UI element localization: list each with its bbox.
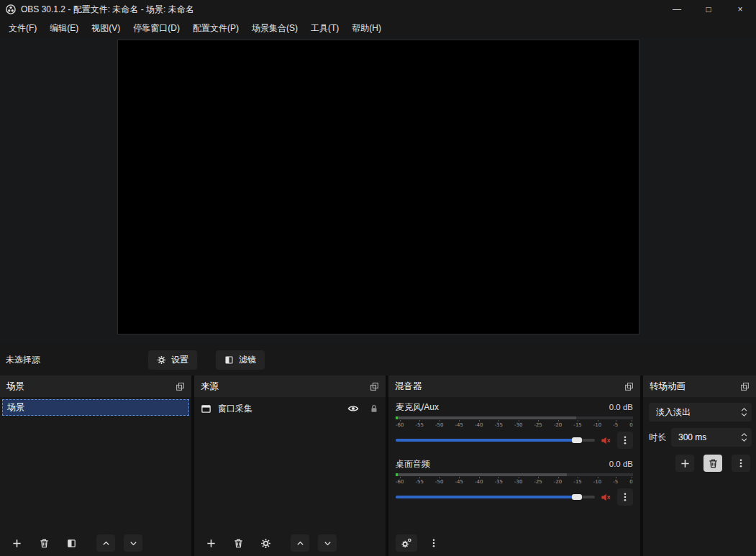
add-source-button[interactable] — [201, 534, 220, 552]
trash-icon — [708, 458, 719, 469]
advanced-audio-icon — [401, 537, 412, 549]
meter-peak-indicator — [396, 416, 398, 419]
preview-area — [0, 37, 756, 344]
chevron-up-icon — [296, 539, 305, 548]
channel-options-button[interactable] — [617, 432, 633, 449]
duration-label: 时长 — [649, 432, 666, 444]
scene-list: 场景 — [0, 397, 191, 530]
transitions-body: 淡入淡出 时长 300 ms — [643, 397, 756, 556]
kebab-icon — [620, 435, 630, 445]
sources-dock-title: 来源 — [201, 380, 219, 393]
meter-peak-indicator — [396, 473, 398, 476]
menubar: 文件(F) 编辑(E) 视图(V) 停靠窗口(D) 配置文件(P) 场景集合(S… — [0, 19, 756, 37]
channel-options-button[interactable] — [617, 488, 633, 506]
scenes-dock: 场景 场景 — [0, 375, 191, 556]
gear-icon — [157, 355, 166, 365]
preview-canvas[interactable] — [117, 40, 639, 334]
kebab-icon — [429, 538, 439, 548]
source-settings-button[interactable]: 设置 — [148, 350, 197, 370]
chevron-up-icon — [101, 539, 111, 548]
filters-button[interactable]: 滤镜 — [216, 350, 265, 370]
obs-logo-icon — [6, 4, 16, 14]
add-scene-button[interactable] — [7, 534, 26, 552]
muted-speaker-icon — [601, 435, 611, 446]
mixer-channel-desktop: 桌面音频 0.0 dB -60-55-50-45-40-35-30-25-20-… — [396, 458, 633, 506]
mixer-options-button[interactable] — [426, 534, 442, 552]
muted-speaker-icon — [601, 492, 611, 503]
chevron-down-icon — [323, 539, 332, 548]
transition-options-button[interactable] — [732, 455, 750, 472]
popout-icon[interactable] — [176, 382, 185, 391]
menu-item-file[interactable]: 文件(F) — [2, 19, 43, 37]
window-title: OBS 30.1.2 - 配置文件: 未命名 - 场景: 未命名 — [21, 4, 194, 16]
source-status-label: 未选择源 — [6, 354, 40, 366]
volume-slider[interactable] — [396, 439, 595, 442]
volume-slider[interactable] — [396, 496, 595, 498]
slider-handle[interactable] — [572, 437, 582, 443]
meter-scale: -60-55-50-45-40-35-30-25-20-15-10-50 — [396, 477, 633, 485]
channel-db-value: 0.0 dB — [609, 460, 633, 468]
move-source-up-button[interactable] — [291, 534, 309, 552]
source-toolbar: 未选择源 设置 滤镜 — [0, 344, 756, 375]
menu-item-tools[interactable]: 工具(T) — [304, 19, 345, 37]
source-item-label: 窗口采集 — [218, 403, 252, 415]
visibility-toggle[interactable] — [347, 403, 359, 414]
close-button[interactable]: × — [724, 0, 756, 19]
window-capture-icon — [201, 404, 211, 414]
scene-item[interactable]: 场景 — [2, 399, 189, 416]
lock-toggle[interactable] — [369, 404, 379, 414]
slider-handle[interactable] — [572, 494, 582, 500]
remove-transition-button[interactable] — [703, 455, 722, 472]
add-transition-button[interactable] — [675, 455, 694, 472]
popout-icon[interactable] — [370, 382, 379, 391]
mute-button[interactable] — [601, 435, 611, 446]
scenes-dock-title: 场景 — [6, 380, 24, 393]
maximize-button[interactable]: □ — [693, 0, 724, 19]
transitions-toolbar — [649, 455, 752, 472]
remove-scene-button[interactable] — [35, 534, 53, 552]
filter-icon — [224, 355, 234, 365]
menu-item-profile[interactable]: 配置文件(P) — [186, 19, 245, 37]
advanced-audio-button[interactable] — [396, 534, 417, 552]
move-source-down-button[interactable] — [318, 534, 337, 552]
eye-icon — [347, 403, 359, 414]
remove-source-button[interactable] — [229, 534, 247, 552]
filters-label: 滤镜 — [239, 354, 256, 366]
source-toolbar-buttons: 设置 滤镜 — [148, 350, 265, 370]
channel-name: 麦克风/Aux — [396, 401, 439, 414]
menu-item-view[interactable]: 视图(V) — [85, 19, 127, 37]
lock-icon — [369, 404, 379, 414]
transitions-dock-header[interactable]: 转场动画 — [643, 375, 756, 397]
popout-icon[interactable] — [624, 382, 634, 391]
kebab-icon — [736, 458, 746, 468]
mixer-dock-title: 混音器 — [395, 380, 422, 393]
mute-button[interactable] — [601, 492, 611, 503]
sources-dock: 来源 窗口采集 — [194, 375, 386, 556]
menu-item-docks[interactable]: 停靠窗口(D) — [127, 19, 186, 37]
sources-dock-header[interactable]: 来源 — [194, 375, 386, 397]
spinbox-arrows-icon[interactable] — [741, 433, 747, 442]
move-scene-down-button[interactable] — [124, 534, 142, 552]
transitions-dock-title: 转场动画 — [650, 380, 686, 393]
minimize-button[interactable]: — — [661, 0, 693, 19]
mixer-dock-header[interactable]: 混音器 — [388, 375, 640, 397]
gear-icon — [260, 538, 271, 549]
plus-icon — [206, 538, 217, 549]
window-controls: — □ × — [661, 0, 756, 19]
meter-scale: -60-55-50-45-40-35-30-25-20-15-10-50 — [396, 420, 633, 428]
sources-toolbar — [194, 530, 386, 556]
scene-filters-button[interactable] — [62, 534, 81, 552]
menu-item-help[interactable]: 帮助(H) — [345, 19, 388, 37]
duration-spinbox[interactable]: 300 ms — [671, 428, 752, 447]
source-item[interactable]: 窗口采集 — [194, 397, 386, 417]
move-scene-up-button[interactable] — [96, 534, 115, 552]
menu-item-edit[interactable]: 编辑(E) — [43, 19, 85, 37]
popout-icon[interactable] — [740, 382, 750, 391]
transition-select[interactable]: 淡入淡出 — [649, 403, 752, 421]
kebab-icon — [620, 492, 630, 502]
channel-name: 桌面音频 — [396, 458, 430, 470]
source-properties-button[interactable] — [256, 534, 275, 552]
scenes-dock-header[interactable]: 场景 — [0, 375, 191, 397]
filter-icon — [66, 538, 77, 549]
menu-item-scene-collection[interactable]: 场景集合(S) — [245, 19, 304, 37]
